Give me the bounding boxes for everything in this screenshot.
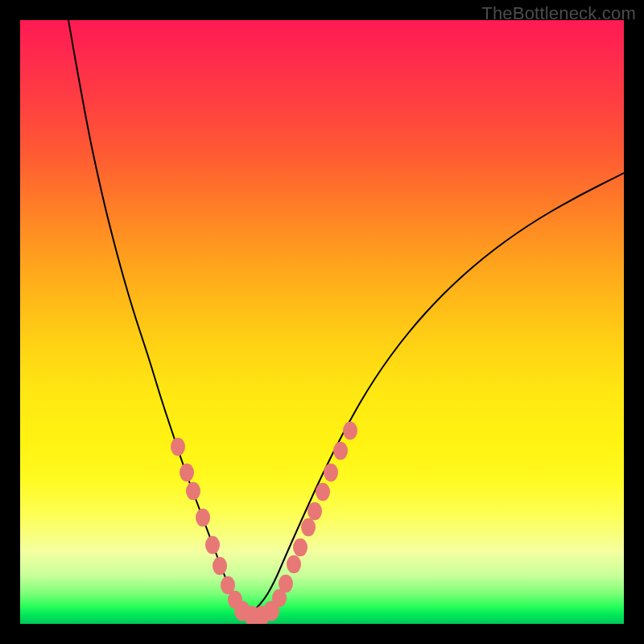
- data-node: [301, 518, 316, 537]
- data-node: [316, 483, 330, 502]
- data-node: [180, 464, 194, 482]
- data-node: [308, 502, 322, 521]
- data-node: [279, 575, 293, 593]
- chart-frame: TheBottleneck.com: [0, 0, 644, 644]
- data-node: [171, 438, 185, 456]
- data-node: [205, 536, 220, 555]
- plot-area: [20, 20, 624, 624]
- nodes-right: [272, 422, 357, 608]
- data-node: [196, 509, 210, 527]
- bottleneck-left-curve: [68, 20, 249, 616]
- data-node: [333, 442, 348, 460]
- data-node: [324, 464, 338, 482]
- chart-overlay: [20, 20, 624, 624]
- data-node: [343, 422, 357, 440]
- data-node: [293, 539, 308, 557]
- data-node: [186, 482, 200, 501]
- data-node: [287, 555, 301, 574]
- nodes-bottom: [234, 601, 279, 625]
- data-node: [213, 557, 227, 576]
- nodes-left: [171, 438, 242, 609]
